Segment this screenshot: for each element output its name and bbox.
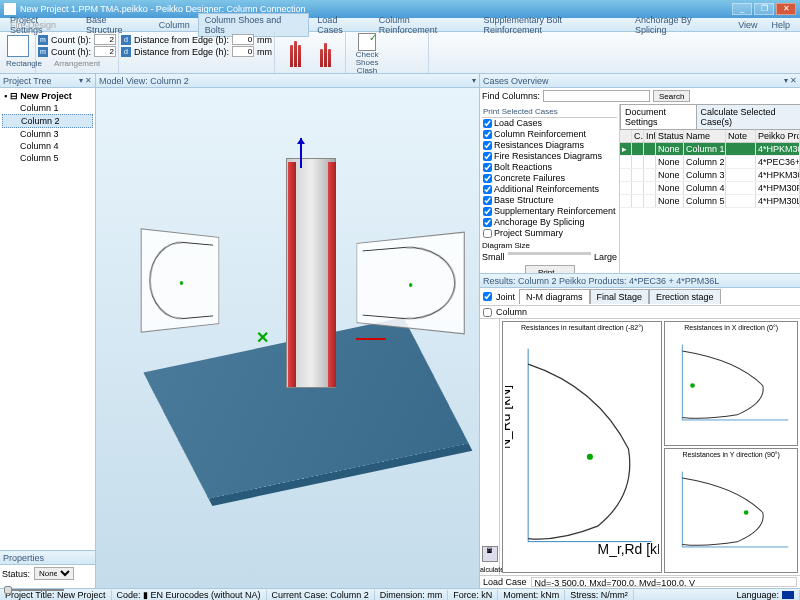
check-icon xyxy=(358,33,376,51)
loadcase-label: Load Case xyxy=(483,577,527,587)
minimize-button[interactable]: _ xyxy=(732,3,752,15)
chk-bolt-react[interactable]: Bolt Reactions xyxy=(482,162,617,173)
close-button[interactable]: ✕ xyxy=(776,3,796,15)
count-h-label: Count (h): xyxy=(51,47,91,57)
tree-item-column-1[interactable]: Column 1 xyxy=(2,102,93,114)
dist-b-input[interactable] xyxy=(232,34,254,45)
window-title: New Project 1.PPM TMA.peikko - Peikko De… xyxy=(20,4,732,14)
chart-resultant: Resistances in resultant direction (-82°… xyxy=(502,321,662,573)
dist-b-icon: d xyxy=(121,35,131,45)
diagram-size-slider[interactable] xyxy=(508,252,591,255)
tab-final-stage[interactable]: Final Stage xyxy=(590,289,650,304)
menu-column[interactable]: Column xyxy=(153,19,196,31)
chk-proj-summary[interactable]: Project Summary xyxy=(482,228,617,239)
tree-item-column-2[interactable]: Column 2 xyxy=(2,114,93,128)
tab-doc-settings[interactable]: Document Settings xyxy=(620,104,697,129)
table-row[interactable]: NoneColumn 24*PEC36+4*PPM36 xyxy=(620,156,800,169)
menu-anchorage[interactable]: Anchorage By Splicing xyxy=(629,14,730,36)
tree-item-column-5[interactable]: Column 5 xyxy=(2,152,93,164)
chk-add-reinf[interactable]: Additional Reinforcements xyxy=(482,184,617,195)
resistance-chart-left xyxy=(141,228,219,332)
rebar-right xyxy=(328,162,336,387)
chk-load-cases[interactable]: Load Cases xyxy=(482,118,617,129)
status-force: Force: kN xyxy=(448,590,498,600)
count-b-label: Count (b): xyxy=(51,35,91,45)
tree-root[interactable]: ▪ ⊟ New Project xyxy=(2,90,93,102)
rebar-left xyxy=(288,162,296,387)
print-button[interactable]: Print... xyxy=(525,265,575,273)
axis-z-icon: ✕ xyxy=(256,328,269,347)
status-moment: Moment: kNm xyxy=(498,590,565,600)
svg-point-2 xyxy=(587,454,593,460)
dist-h-label: Distance from Edge (h): xyxy=(134,47,229,57)
search-button[interactable]: Search xyxy=(653,90,690,102)
menu-view[interactable]: View xyxy=(732,19,763,31)
tab-calc-selected[interactable]: Calculate Selected Case(s) xyxy=(696,104,800,129)
results-header: Results: Column 2 Peikko Products: 4*PEC… xyxy=(480,274,800,288)
tab-nm-diagrams[interactable]: N-M diagrams xyxy=(519,289,590,304)
joint-checkbox[interactable] xyxy=(483,292,492,301)
svg-text:M_r,Rd [kNm]: M_r,Rd [kNm] xyxy=(598,541,660,557)
menu-fire-design: Fire Design xyxy=(4,19,62,31)
project-tree: ▪ ⊟ New Project Column 1 Column 2 Column… xyxy=(0,88,95,550)
check-shoes-button[interactable]: Check Shoes Clash xyxy=(352,33,382,75)
check-shoes-label: Check Shoes Clash xyxy=(352,51,382,75)
svg-point-7 xyxy=(691,383,696,388)
chk-supp-reinf[interactable]: Supplementary Reinforcement xyxy=(482,206,617,217)
chk-concrete[interactable]: Concrete Failures xyxy=(482,173,617,184)
calculate-button[interactable]: 🖩 xyxy=(482,546,498,562)
table-row[interactable]: NoneColumn 54*HPM30L xyxy=(620,195,800,208)
tree-item-column-3[interactable]: Column 3 xyxy=(2,128,93,140)
model-view-3d[interactable]: ✕ xyxy=(96,88,479,588)
main-menu: Project Settings Base Structure Column C… xyxy=(0,18,800,32)
cases-header: Cases Overview▾ ✕ xyxy=(480,74,800,88)
menu-supp-bolt[interactable]: Supplementary Bolt Reinforcement xyxy=(477,14,627,36)
status-case: Current Case: Column 2 xyxy=(267,590,375,600)
properties-header: Properties xyxy=(0,551,95,565)
cases-pin[interactable]: ▾ ✕ xyxy=(784,76,797,85)
tree-item-column-4[interactable]: Column 4 xyxy=(2,140,93,152)
column-checkbox[interactable] xyxy=(483,308,492,317)
chk-col-reinf[interactable]: Column Reinforcement xyxy=(482,129,617,140)
chart-x-direction: Resistances in X direction (0°) xyxy=(664,321,798,446)
find-label: Find Columns: xyxy=(482,91,540,101)
project-tree-header: Project Tree▾ ✕ xyxy=(0,74,95,88)
unit-mm2: mm xyxy=(257,47,272,57)
bolt-tool-1[interactable] xyxy=(281,39,309,67)
resistance-chart-right xyxy=(357,232,465,335)
dist-h-input[interactable] xyxy=(232,46,254,57)
status-select[interactable]: None xyxy=(34,567,74,580)
loadcase-value[interactable]: Nd=-3 500,0, Mxd=700,0, Myd=100,0, V xyxy=(531,577,797,587)
tab-erection-stage[interactable]: Erection stage xyxy=(649,289,721,304)
find-input[interactable] xyxy=(543,90,650,102)
cases-table: C..InfoStatusNameNotePeikko Products ▸No… xyxy=(620,130,800,273)
chk-resist-diag[interactable]: Resistances Diagrams xyxy=(482,140,617,151)
count-h-input[interactable] xyxy=(94,46,116,57)
maximize-button[interactable]: ❐ xyxy=(754,3,774,15)
rectangle-label: Rectangle xyxy=(6,59,29,68)
count-b-input[interactable] xyxy=(94,34,116,45)
rectangle-tool[interactable] xyxy=(7,35,29,57)
unit-mm: mm xyxy=(257,35,272,45)
tree-pin-icon[interactable]: ▾ ✕ xyxy=(79,76,92,85)
table-row[interactable]: NoneColumn 34*HPKM30+4*HPM xyxy=(620,169,800,182)
status-label: Status: xyxy=(2,569,30,579)
status-dim: Dimension: mm xyxy=(375,590,449,600)
chk-anchorage[interactable]: Anchorage By Splicing xyxy=(482,217,617,228)
model-view-pin[interactable]: ▾ xyxy=(472,76,476,85)
table-row[interactable]: ▸NoneColumn 14*HPKM30+4*HPM xyxy=(620,143,800,156)
diagram-size-label: Diagram Size xyxy=(482,241,617,250)
table-row[interactable]: NoneColumn 44*HPM30P xyxy=(620,182,800,195)
menu-help[interactable]: Help xyxy=(765,19,796,31)
status-language[interactable]: Language: xyxy=(731,590,800,600)
dist-h-icon: d xyxy=(121,47,131,57)
svg-text:N_Rd [kN]: N_Rd [kN] xyxy=(505,385,513,449)
chart-y-direction: Resistances in Y direction (90°) xyxy=(664,448,798,573)
flag-icon xyxy=(782,591,794,599)
chk-base-struct[interactable]: Base Structure xyxy=(482,195,617,206)
bolt-tool-2[interactable] xyxy=(311,39,339,67)
tree-zoom-slider[interactable] xyxy=(4,584,64,596)
count-b-icon: m xyxy=(38,35,48,45)
chk-fire-diag[interactable]: Fire Resistances Diagrams xyxy=(482,151,617,162)
status-bar: Project Title: New Project Code: ▮ EN Eu… xyxy=(0,588,800,600)
